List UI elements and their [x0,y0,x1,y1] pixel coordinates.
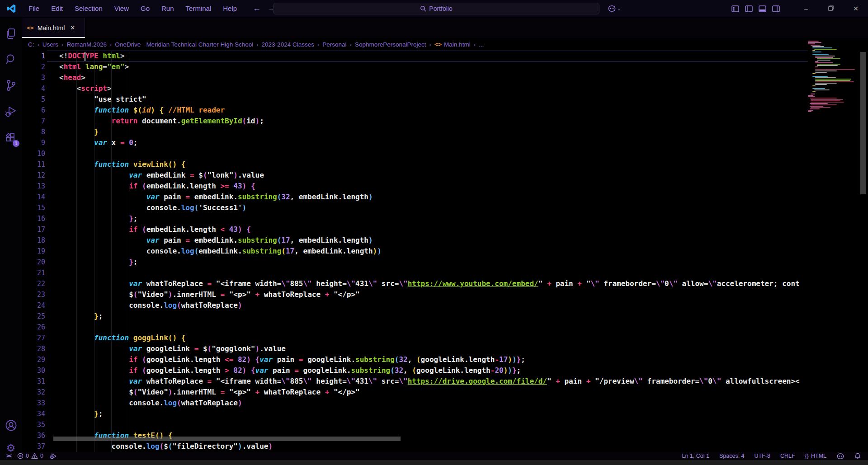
breadcrumb-item[interactable]: Personal [322,41,346,48]
menu-item-run[interactable]: Run [156,3,180,14]
code-line-13[interactable]: 13 if (embedLink.length >= 43) { [22,181,808,192]
code-line-12[interactable]: 12 var embedLink = $("lonk").value [22,170,808,181]
code-line-14[interactable]: 14 var pain = embedLink.substring(32, em… [22,192,808,202]
code-line-7[interactable]: 7 return document.getElementById(id); [22,116,808,127]
chevron-right-icon: › [110,41,112,48]
code-line-31[interactable]: 31 var whatToReplace = "<iframe width=\"… [22,376,808,387]
code-line-24[interactable]: 24 console.log(whatToReplace) [22,300,808,311]
restore-button[interactable] [824,5,838,12]
code-line-11[interactable]: 11 function viewLink() { [22,159,808,170]
breadcrumb-item[interactable]: SophmorePersonalProject [355,41,426,48]
code-line-18[interactable]: 18 var pain = embedLink.substring(17, em… [22,235,808,246]
tab-main-html[interactable]: <> Main.html ✕ [22,18,85,38]
code-line-17[interactable]: 17 if (embedLink.length < 43) { [22,224,808,235]
code-line-4[interactable]: 4 <script> [22,83,808,94]
code-line-1[interactable]: 1<!DOCTYPE html> [22,51,808,61]
account-button[interactable] [0,415,22,435]
code-line-8[interactable]: 8 } [22,127,808,137]
toggle-panel-icon[interactable] [759,5,766,12]
sidebar-item-extensions[interactable]: 1 [0,128,22,148]
code-line-37[interactable]: 37 console.log($("fileDirectory").value) [22,441,808,452]
minimap-row [815,81,854,82]
customize-layout-icon[interactable] [731,5,739,12]
language-mode-status[interactable]: {} HTML [805,453,826,459]
horizontal-scrollbar[interactable] [53,437,401,441]
tab-bar: <> Main.html ✕ [22,18,868,38]
copilot-menu-button[interactable]: ⌄ [608,0,621,17]
minimap-row [815,77,836,78]
minimap-row [817,60,830,61]
minimap-row [811,102,844,103]
code-text: console.log('Success1') [53,202,246,213]
code-line-16[interactable]: 16 }; [22,213,808,224]
code-line-23[interactable]: 23 $("Video").innerHTML = "<p>" + whatTo… [22,289,808,300]
code-line-29[interactable]: 29 if (googleLink.length <= 82) {var pai… [22,354,808,365]
code-line-30[interactable]: 30 if (googleLink.length > 82) {var pain… [22,365,808,376]
code-line-10[interactable]: 10 [22,148,808,159]
menu-item-terminal[interactable]: Terminal [180,3,217,14]
code-editor[interactable]: 1<!DOCTYPE html>2<html lang="en">3<head>… [22,51,808,453]
toggle-primary-sidebar-icon[interactable] [745,5,753,12]
encoding-status[interactable]: UTF-8 [755,453,770,459]
minimap-row [810,98,837,99]
vertical-scrollbar[interactable] [860,52,866,194]
code-line-21[interactable]: 21 [22,268,808,278]
menu-item-view[interactable]: View [108,3,135,14]
minimap[interactable] [808,41,860,176]
vscode-window: FileEditSelectionViewGoRunTerminalHelp ←… [0,0,868,465]
code-line-9[interactable]: 9 var x = 0; [22,137,808,148]
code-line-5[interactable]: 5 "use strict" [22,94,808,105]
minimap-row [812,52,821,52]
menu-item-help[interactable]: Help [217,3,243,14]
breadcrumb-item[interactable]: C: [28,41,34,48]
sidebar-item-run-debug[interactable] [0,102,22,122]
menu-item-file[interactable]: File [23,3,45,14]
code-line-6[interactable]: 6 function $(id) { //HTML reader [22,105,808,116]
toggle-secondary-sidebar-icon[interactable] [772,5,780,12]
problems-status[interactable]: 0 0 [17,453,43,459]
code-line-3[interactable]: 3<head> [22,72,808,83]
copilot-status-icon[interactable] [836,453,844,460]
code-line-33[interactable]: 33 console.log(whatToReplace) [22,398,808,409]
code-line-22[interactable]: 22 var whatToReplace = "<iframe width=\"… [22,278,808,289]
notifications-bell-icon[interactable] [854,453,861,460]
menu-item-go[interactable]: Go [135,3,156,14]
menu-item-selection[interactable]: Selection [69,3,108,14]
code-line-35[interactable]: 35 [22,419,808,430]
sidebar-item-explorer[interactable] [0,24,22,44]
line-number: 30 [22,365,53,376]
breadcrumb-item[interactable]: RomanM.2026 [66,41,107,48]
eol-status[interactable]: CRLF [780,453,795,459]
close-window-button[interactable]: ✕ [849,5,863,12]
code-line-15[interactable]: 15 console.log('Success1') [22,202,808,213]
code-line-20[interactable]: 20 }; [22,257,808,268]
code-line-27[interactable]: 27 function goggLink() { [22,333,808,343]
command-search-box[interactable]: Portfolio [273,3,599,14]
cursor-position-status[interactable]: Ln 1, Col 1 [682,453,709,459]
line-number: 19 [22,246,53,257]
code-line-26[interactable]: 26 [22,322,808,333]
sidebar-item-source-control[interactable] [0,75,22,95]
breadcrumb-item[interactable]: 2023-2024 Classes [262,41,314,48]
menu-item-edit[interactable]: Edit [45,3,69,14]
code-line-2[interactable]: 2<html lang="en"> [22,61,808,72]
code-line-19[interactable]: 19 console.log(embedLink.substring(17, e… [22,246,808,257]
breadcrumb-item[interactable]: Users [42,41,58,48]
breadcrumb-item[interactable]: Main.html [444,41,471,48]
minimap-row [817,65,838,66]
breadcrumb-item[interactable]: ... [479,41,484,48]
indentation-status[interactable]: Spaces: 4 [719,453,745,459]
code-line-25[interactable]: 25 }; [22,311,808,322]
debug-status-icon[interactable] [50,453,57,460]
back-arrow-button[interactable]: ← [253,4,261,13]
remote-indicator[interactable]: >< [6,453,11,459]
code-line-28[interactable]: 28 var googleLink = $("gogglonk").value [22,343,808,354]
minimize-button[interactable]: – [799,5,813,12]
code-line-32[interactable]: 32 $("Video").innerHTML = "<p>" + whatTo… [22,387,808,398]
minimap-row [812,76,828,77]
sidebar-item-search[interactable] [0,49,22,69]
tab-close-icon[interactable]: ✕ [70,24,75,31]
breadcrumb-item[interactable]: OneDrive - Meridian Technical Charter Hi… [115,41,253,48]
code-line-34[interactable]: 34 }; [22,409,808,419]
minimap-row [817,64,840,65]
